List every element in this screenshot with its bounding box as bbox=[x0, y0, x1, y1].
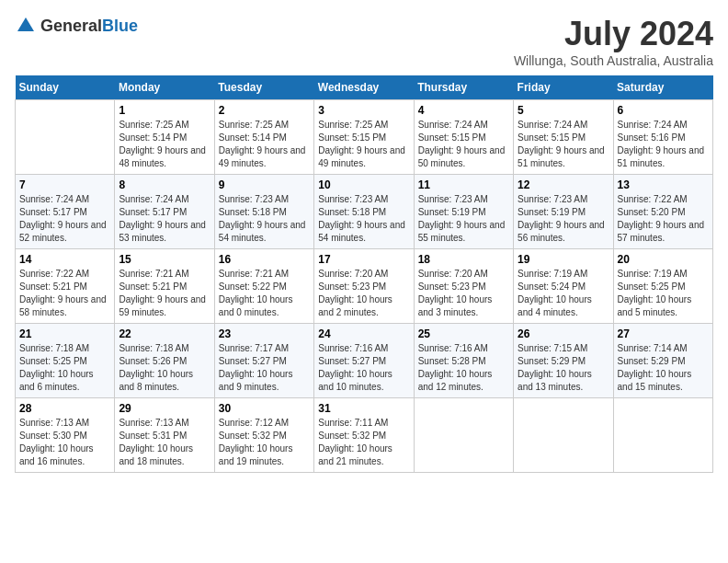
day-number: 28 bbox=[19, 402, 110, 415]
day-info: Sunrise: 7:18 AMSunset: 5:25 PMDaylight:… bbox=[19, 342, 110, 394]
day-info: Sunrise: 7:19 AMSunset: 5:25 PMDaylight:… bbox=[618, 268, 709, 319]
day-number: 17 bbox=[318, 253, 409, 266]
day-number: 30 bbox=[219, 402, 310, 415]
calendar-cell: 15Sunrise: 7:21 AMSunset: 5:21 PMDayligh… bbox=[115, 249, 214, 324]
day-number: 7 bbox=[19, 178, 110, 191]
day-number: 12 bbox=[518, 178, 609, 191]
day-info: Sunrise: 7:15 AMSunset: 5:29 PMDaylight:… bbox=[518, 342, 609, 394]
day-number: 8 bbox=[119, 178, 210, 191]
day-number: 21 bbox=[19, 327, 110, 340]
day-info: Sunrise: 7:13 AMSunset: 5:30 PMDaylight:… bbox=[19, 417, 110, 468]
day-info: Sunrise: 7:18 AMSunset: 5:26 PMDaylight:… bbox=[119, 342, 210, 394]
calendar-week-row: 21Sunrise: 7:18 AMSunset: 5:25 PMDayligh… bbox=[16, 324, 713, 398]
calendar-cell bbox=[613, 398, 712, 473]
day-info: Sunrise: 7:23 AMSunset: 5:18 PMDaylight:… bbox=[219, 193, 310, 245]
day-info: Sunrise: 7:22 AMSunset: 5:20 PMDaylight:… bbox=[618, 193, 709, 245]
logo: GeneralBlue bbox=[15, 15, 138, 37]
day-header: Saturday bbox=[613, 75, 712, 100]
calendar-cell: 23Sunrise: 7:17 AMSunset: 5:27 PMDayligh… bbox=[214, 324, 313, 398]
day-number: 5 bbox=[518, 104, 609, 117]
title-area: July 2024 Willunga, South Australia, Aus… bbox=[514, 15, 713, 68]
day-info: Sunrise: 7:22 AMSunset: 5:21 PMDaylight:… bbox=[19, 268, 110, 319]
calendar-cell: 25Sunrise: 7:16 AMSunset: 5:28 PMDayligh… bbox=[414, 324, 513, 398]
calendar-cell: 14Sunrise: 7:22 AMSunset: 5:21 PMDayligh… bbox=[16, 249, 115, 324]
day-number: 31 bbox=[318, 402, 409, 415]
calendar-cell: 8Sunrise: 7:24 AMSunset: 5:17 PMDaylight… bbox=[115, 175, 214, 249]
calendar-cell: 12Sunrise: 7:23 AMSunset: 5:19 PMDayligh… bbox=[514, 175, 613, 249]
location-title: Willunga, South Australia, Australia bbox=[514, 53, 713, 68]
calendar-cell: 16Sunrise: 7:21 AMSunset: 5:22 PMDayligh… bbox=[214, 249, 313, 324]
logo-text-general: General bbox=[40, 17, 102, 35]
calendar-cell: 28Sunrise: 7:13 AMSunset: 5:30 PMDayligh… bbox=[16, 398, 115, 473]
calendar-week-row: 14Sunrise: 7:22 AMSunset: 5:21 PMDayligh… bbox=[16, 249, 713, 324]
day-info: Sunrise: 7:23 AMSunset: 5:19 PMDaylight:… bbox=[518, 193, 609, 245]
day-number: 24 bbox=[318, 327, 409, 340]
day-info: Sunrise: 7:24 AMSunset: 5:17 PMDaylight:… bbox=[19, 193, 110, 245]
calendar-cell: 3Sunrise: 7:25 AMSunset: 5:15 PMDaylight… bbox=[314, 100, 414, 175]
day-number: 11 bbox=[418, 178, 509, 191]
day-header: Thursday bbox=[414, 75, 513, 100]
day-number: 18 bbox=[418, 253, 509, 266]
day-info: Sunrise: 7:13 AMSunset: 5:31 PMDaylight:… bbox=[119, 417, 210, 468]
day-info: Sunrise: 7:16 AMSunset: 5:28 PMDaylight:… bbox=[418, 342, 509, 394]
calendar-cell: 13Sunrise: 7:22 AMSunset: 5:20 PMDayligh… bbox=[613, 175, 712, 249]
calendar-cell: 20Sunrise: 7:19 AMSunset: 5:25 PMDayligh… bbox=[613, 249, 712, 324]
day-info: Sunrise: 7:20 AMSunset: 5:23 PMDaylight:… bbox=[418, 268, 509, 319]
calendar-cell bbox=[414, 398, 513, 473]
day-number: 27 bbox=[618, 327, 709, 340]
calendar-table: SundayMondayTuesdayWednesdayThursdayFrid… bbox=[15, 75, 713, 473]
calendar-cell: 6Sunrise: 7:24 AMSunset: 5:16 PMDaylight… bbox=[613, 100, 712, 175]
day-header: Monday bbox=[115, 75, 214, 100]
calendar-cell: 29Sunrise: 7:13 AMSunset: 5:31 PMDayligh… bbox=[115, 398, 214, 473]
calendar-cell: 17Sunrise: 7:20 AMSunset: 5:23 PMDayligh… bbox=[314, 249, 414, 324]
day-number: 22 bbox=[119, 327, 210, 340]
header-row: SundayMondayTuesdayWednesdayThursdayFrid… bbox=[16, 75, 713, 100]
day-header: Friday bbox=[514, 75, 613, 100]
day-info: Sunrise: 7:19 AMSunset: 5:24 PMDaylight:… bbox=[518, 268, 609, 319]
day-info: Sunrise: 7:24 AMSunset: 5:16 PMDaylight:… bbox=[618, 119, 709, 170]
calendar-cell: 24Sunrise: 7:16 AMSunset: 5:27 PMDayligh… bbox=[314, 324, 414, 398]
day-header: Wednesday bbox=[314, 75, 414, 100]
day-number: 2 bbox=[219, 104, 310, 117]
day-info: Sunrise: 7:20 AMSunset: 5:23 PMDaylight:… bbox=[318, 268, 409, 319]
day-info: Sunrise: 7:24 AMSunset: 5:17 PMDaylight:… bbox=[119, 193, 210, 245]
logo-text-blue: Blue bbox=[102, 17, 138, 35]
day-number: 20 bbox=[618, 253, 709, 266]
calendar-cell: 31Sunrise: 7:11 AMSunset: 5:32 PMDayligh… bbox=[314, 398, 414, 473]
day-number: 15 bbox=[119, 253, 210, 266]
day-info: Sunrise: 7:17 AMSunset: 5:27 PMDaylight:… bbox=[219, 342, 310, 394]
calendar-cell: 26Sunrise: 7:15 AMSunset: 5:29 PMDayligh… bbox=[514, 324, 613, 398]
day-number: 1 bbox=[119, 104, 210, 117]
day-info: Sunrise: 7:11 AMSunset: 5:32 PMDaylight:… bbox=[318, 417, 409, 468]
calendar-cell: 21Sunrise: 7:18 AMSunset: 5:25 PMDayligh… bbox=[16, 324, 115, 398]
day-header: Tuesday bbox=[214, 75, 313, 100]
calendar-cell: 10Sunrise: 7:23 AMSunset: 5:18 PMDayligh… bbox=[314, 175, 414, 249]
day-info: Sunrise: 7:25 AMSunset: 5:14 PMDaylight:… bbox=[219, 119, 310, 170]
calendar-cell bbox=[16, 100, 115, 175]
day-number: 23 bbox=[219, 327, 310, 340]
calendar-week-row: 28Sunrise: 7:13 AMSunset: 5:30 PMDayligh… bbox=[16, 398, 713, 473]
day-info: Sunrise: 7:21 AMSunset: 5:22 PMDaylight:… bbox=[219, 268, 310, 319]
calendar-week-row: 1Sunrise: 7:25 AMSunset: 5:14 PMDaylight… bbox=[16, 100, 713, 175]
day-number: 19 bbox=[518, 253, 609, 266]
logo-icon bbox=[15, 15, 37, 37]
day-info: Sunrise: 7:12 AMSunset: 5:32 PMDaylight:… bbox=[219, 417, 310, 468]
day-number: 25 bbox=[418, 327, 509, 340]
day-number: 10 bbox=[318, 178, 409, 191]
calendar-cell bbox=[514, 398, 613, 473]
day-number: 14 bbox=[19, 253, 110, 266]
svg-marker-0 bbox=[17, 17, 34, 31]
day-number: 4 bbox=[418, 104, 509, 117]
day-number: 6 bbox=[618, 104, 709, 117]
day-number: 26 bbox=[518, 327, 609, 340]
day-header: Sunday bbox=[16, 75, 115, 100]
day-info: Sunrise: 7:23 AMSunset: 5:18 PMDaylight:… bbox=[318, 193, 409, 245]
day-info: Sunrise: 7:25 AMSunset: 5:15 PMDaylight:… bbox=[318, 119, 409, 170]
day-info: Sunrise: 7:16 AMSunset: 5:27 PMDaylight:… bbox=[318, 342, 409, 394]
day-info: Sunrise: 7:21 AMSunset: 5:21 PMDaylight:… bbox=[119, 268, 210, 319]
calendar-cell: 27Sunrise: 7:14 AMSunset: 5:29 PMDayligh… bbox=[613, 324, 712, 398]
calendar-cell: 9Sunrise: 7:23 AMSunset: 5:18 PMDaylight… bbox=[214, 175, 313, 249]
calendar-week-row: 7Sunrise: 7:24 AMSunset: 5:17 PMDaylight… bbox=[16, 175, 713, 249]
header: GeneralBlue July 2024 Willunga, South Au… bbox=[15, 15, 713, 68]
day-number: 13 bbox=[618, 178, 709, 191]
